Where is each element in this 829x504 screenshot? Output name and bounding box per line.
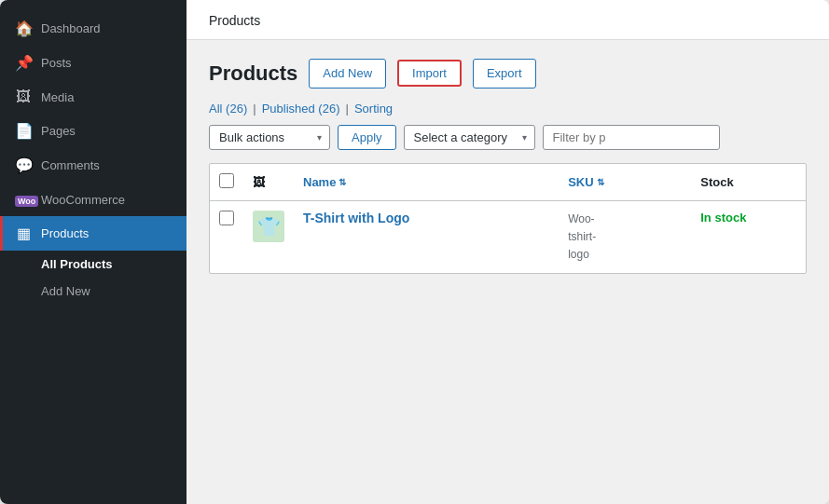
th-image: 🖼 bbox=[243, 164, 294, 201]
category-select[interactable]: Select a category bbox=[404, 125, 535, 150]
sidebar-subitem-add-new[interactable]: Add New bbox=[0, 278, 187, 305]
main-header: Products bbox=[187, 0, 829, 40]
sidebar-label-media: Media bbox=[41, 90, 172, 104]
name-sort-button[interactable]: Name ⇅ bbox=[303, 175, 346, 189]
import-button[interactable]: Import bbox=[397, 60, 462, 87]
main-content: Products Add New Import Export All (26) … bbox=[187, 40, 829, 504]
th-stock: Stock bbox=[691, 164, 806, 201]
page-title-row: Products Add New Import Export bbox=[209, 59, 807, 89]
name-sort-icon: ⇅ bbox=[339, 177, 346, 187]
sidebar-item-posts[interactable]: 📌 Posts bbox=[0, 46, 187, 80]
category-filter-wrapper: Select a category ▾ bbox=[404, 125, 535, 150]
sidebar-subitem-all-products[interactable]: All Products bbox=[0, 251, 187, 278]
sidebar: 🏠 Dashboard 📌 Posts 🖼 Media 📄 Pages 💬 Co… bbox=[0, 0, 187, 504]
bulk-actions-wrapper: Bulk actions ▾ bbox=[209, 125, 330, 150]
sku-value: Woo- tshirt- logo bbox=[568, 211, 682, 265]
sidebar-label-comments: Comments bbox=[41, 158, 172, 172]
sidebar-item-dashboard[interactable]: 🏠 Dashboard bbox=[0, 11, 187, 46]
media-icon: 🖼 bbox=[15, 89, 32, 105]
th-checkbox bbox=[210, 164, 243, 201]
sidebar-item-products[interactable]: ▦ Products bbox=[0, 216, 187, 251]
image-th-icon: 🖼 bbox=[253, 175, 265, 189]
export-button[interactable]: Export bbox=[473, 59, 536, 89]
sidebar-label-posts: Posts bbox=[41, 56, 172, 70]
woocommerce-icon: Woo bbox=[15, 191, 32, 208]
sidebar-item-media[interactable]: 🖼 Media bbox=[0, 80, 187, 114]
bulk-actions-select[interactable]: Bulk actions bbox=[209, 125, 330, 150]
add-new-button[interactable]: Add New bbox=[309, 59, 386, 89]
products-icon: ▦ bbox=[15, 225, 32, 242]
products-table: 🖼 Name ⇅ SKU ⇅ bbox=[210, 164, 806, 274]
sku-sort-button[interactable]: SKU ⇅ bbox=[568, 175, 603, 189]
th-sku[interactable]: SKU ⇅ bbox=[559, 164, 691, 201]
sidebar-label-woocommerce: WooCommerce bbox=[41, 193, 172, 207]
row-name-cell: T-Shirt with Logo bbox=[294, 200, 559, 273]
toolbar: Bulk actions ▾ Apply Select a category ▾ bbox=[209, 125, 807, 150]
row-checkbox-cell bbox=[210, 200, 243, 273]
page-title: Products bbox=[209, 61, 297, 86]
filter-by-price-input[interactable] bbox=[543, 125, 720, 150]
filter-published-link[interactable]: Published (26) bbox=[262, 102, 340, 116]
sidebar-subitems: All Products Add New bbox=[0, 251, 187, 305]
comments-icon: 💬 bbox=[15, 157, 32, 174]
breadcrumb-title: Products bbox=[209, 13, 260, 28]
stock-status-badge: In stock bbox=[700, 211, 746, 225]
th-name[interactable]: Name ⇅ bbox=[294, 164, 559, 201]
filter-sorting-link[interactable]: Sorting bbox=[354, 102, 393, 116]
table-row: 👕 T-Shirt with Logo Woo- tshirt- logo bbox=[210, 200, 806, 273]
sku-sort-icon: ⇅ bbox=[597, 177, 604, 187]
product-thumbnail: 👕 bbox=[253, 211, 284, 242]
table-header-row: 🖼 Name ⇅ SKU ⇅ bbox=[210, 164, 806, 201]
row-image-cell: 👕 bbox=[243, 200, 294, 273]
sidebar-item-woocommerce[interactable]: Woo WooCommerce bbox=[0, 183, 187, 216]
dashboard-icon: 🏠 bbox=[15, 20, 32, 37]
sidebar-item-pages[interactable]: 📄 Pages bbox=[0, 114, 187, 148]
pages-icon: 📄 bbox=[15, 122, 32, 140]
row-sku-cell: Woo- tshirt- logo bbox=[559, 200, 691, 273]
select-all-checkbox[interactable] bbox=[219, 173, 234, 188]
sidebar-item-comments[interactable]: 💬 Comments bbox=[0, 148, 187, 183]
main-area: Products Products Add New Import Export … bbox=[187, 0, 829, 504]
products-table-wrapper: 🖼 Name ⇅ SKU ⇅ bbox=[209, 163, 807, 275]
apply-button[interactable]: Apply bbox=[338, 125, 396, 150]
app-window: 🏠 Dashboard 📌 Posts 🖼 Media 📄 Pages 💬 Co… bbox=[0, 0, 829, 504]
sidebar-label-pages: Pages bbox=[41, 124, 172, 138]
posts-icon: 📌 bbox=[15, 54, 32, 72]
sidebar-label-products: Products bbox=[41, 226, 172, 240]
filter-bar: All (26) | Published (26) | Sorting bbox=[209, 102, 807, 116]
row-checkbox[interactable] bbox=[219, 211, 234, 225]
row-stock-cell: In stock bbox=[691, 200, 806, 273]
filter-all-link[interactable]: All (26) bbox=[209, 102, 247, 116]
product-name-link[interactable]: T-Shirt with Logo bbox=[303, 211, 409, 225]
sidebar-label-dashboard: Dashboard bbox=[41, 21, 172, 35]
